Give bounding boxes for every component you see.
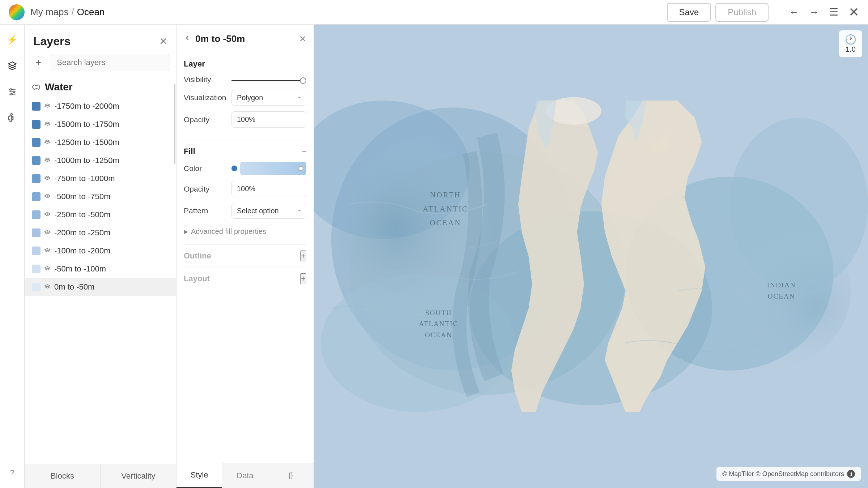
layer-shape-icon [44,284,51,290]
code-tab[interactable]: {} [268,463,314,488]
add-layer-button[interactable]: + [30,55,46,70]
blocks-tab[interactable]: Blocks [25,464,101,488]
layer-swatch [32,192,41,201]
style-panel-title: 0m to -50m [195,33,295,44]
layers-close-button[interactable]: ✕ [159,35,167,47]
layer-item[interactable]: -50m to -100m [25,260,176,278]
layer-item[interactable]: -200m to -250m [25,224,176,242]
visibility-row: Visibility [184,75,306,84]
fill-color-row: Color [184,162,306,175]
svg-text:OCEAN: OCEAN [768,292,795,300]
visualization-label: Visualization [184,93,227,102]
color-bar-handle[interactable] [298,166,303,171]
layer-shape-icon [44,230,51,236]
layer-item[interactable]: -750m to -1000m [25,170,176,188]
svg-text:INDIAN: INDIAN [767,281,796,289]
forward-icon[interactable]: → [809,7,819,18]
svg-text:NORTH: NORTH [430,191,461,199]
style-panel-close-icon[interactable]: ✕ [299,34,306,44]
close-button[interactable]: ✕ [848,5,859,20]
sidebar-icon-layers[interactable] [4,58,20,74]
layer-opacity-label: Opacity [184,115,227,124]
layer-shape-icon [44,157,51,164]
layer-shape-icon [44,193,51,200]
color-gradient-bar[interactable] [240,162,306,175]
fill-collapse-button[interactable]: − [302,147,306,156]
visibility-slider[interactable] [231,80,306,81]
layer-item[interactable]: -1000m to -1250m [25,151,176,170]
style-panel-footer: Style Data {} [176,463,314,488]
pattern-control: Select option [231,203,306,219]
visualization-row: Visualization Polygon [184,90,306,106]
search-input[interactable] [51,54,170,71]
layer-name: -50m to -100m [54,264,106,274]
svg-marker-0 [8,62,16,66]
layer-item[interactable]: -1250m to -1500m [25,133,176,151]
layer-name: -750m to -1000m [54,174,115,183]
fill-title: Fill [184,147,195,156]
layer-name-active: 0m to -50m [54,282,94,292]
sidebar-icon-lightning[interactable]: ⚡ [4,32,20,48]
layer-opacity-control: 100% [231,111,306,128]
advanced-fill-label: Advanced fill properties [191,227,266,236]
svg-text:ATLANTIC: ATLANTIC [423,205,468,213]
layer-swatch [32,156,41,165]
color-dot[interactable] [231,166,237,171]
layout-section: Layout + [184,267,306,290]
map-svg: NORTH ATLANTIC OCEAN SOUTH ATLANTIC OCEA… [314,25,868,488]
layer-name: -500m to -750m [54,192,110,201]
layer-item[interactable]: -1750m to -2000m [25,97,176,115]
visualization-select[interactable]: Polygon [231,90,306,106]
publish-button[interactable]: Publish [715,3,769,22]
outline-add-button[interactable]: + [300,251,306,261]
layer-name: -200m to -250m [54,228,110,237]
layer-section: Layer Visibility Visualization Polygon [184,52,306,141]
pattern-select[interactable]: Select option [231,203,306,219]
layout-title: Layout [184,274,210,283]
layer-section-title: Layer [184,59,306,69]
clock-icon: 🕐 [845,34,856,45]
fill-opacity-value: 100% [231,181,306,197]
style-tab[interactable]: Style [176,463,222,488]
layer-shape-icon [44,121,51,128]
topbar-right: ← → ☰ ✕ [789,5,859,20]
sidebar-icon-puzzle[interactable] [4,110,20,126]
data-tab[interactable]: Data [222,463,268,488]
sidebar-icon-help[interactable]: ? [4,465,20,481]
style-panel-header: 0m to -50m ✕ [176,25,314,52]
advanced-fill-link[interactable]: ▶ Advanced fill properties [184,224,306,239]
layer-item[interactable]: -250m to -500m [25,206,176,224]
layer-item-active[interactable]: 0m to -50m [25,278,176,296]
topbar: My maps / Ocean Save Publish ← → ☰ ✕ [0,0,868,25]
style-panel-back-icon[interactable] [184,34,191,44]
layer-shape-icon [44,266,51,272]
layout-add-button[interactable]: + [300,273,306,284]
sidebar-icon-sliders[interactable] [4,84,20,100]
back-icon[interactable]: ← [789,7,799,18]
save-button[interactable]: Save [667,3,711,22]
svg-point-5 [13,91,14,93]
breadcrumb-separator: / [71,7,74,18]
map-area[interactable]: NORTH ATLANTIC OCEAN SOUTH ATLANTIC OCEA… [314,25,868,488]
verticality-tab[interactable]: Verticality [101,464,176,488]
fill-color-label: Color [184,164,227,173]
layer-name: -1500m to -1750m [54,120,119,129]
layer-group-water[interactable]: Water [25,77,176,97]
menu-icon[interactable]: ☰ [829,6,838,18]
layer-shape-icon [44,103,51,110]
fill-opacity-label: Opacity [184,185,227,193]
layers-title: Layers [33,35,71,48]
layer-swatch [32,228,41,237]
copyright-text: © MapTiler © OpenStreetMap contributors [722,470,844,478]
opacity-value: 1.0 [846,45,856,53]
layer-item[interactable]: -1500m to -1750m [25,115,176,133]
topbar-actions: Save Publish [667,3,769,22]
layer-item[interactable]: -500m to -750m [25,188,176,206]
breadcrumb-root[interactable]: My maps [30,7,68,18]
info-icon[interactable]: ℹ [847,470,855,478]
layer-item[interactable]: -100m to -200m [25,242,176,260]
layer-group-name: Water [45,81,73,93]
color-row [231,162,306,175]
layer-swatch [32,174,41,183]
layer-name: -1250m to -1500m [54,138,119,147]
